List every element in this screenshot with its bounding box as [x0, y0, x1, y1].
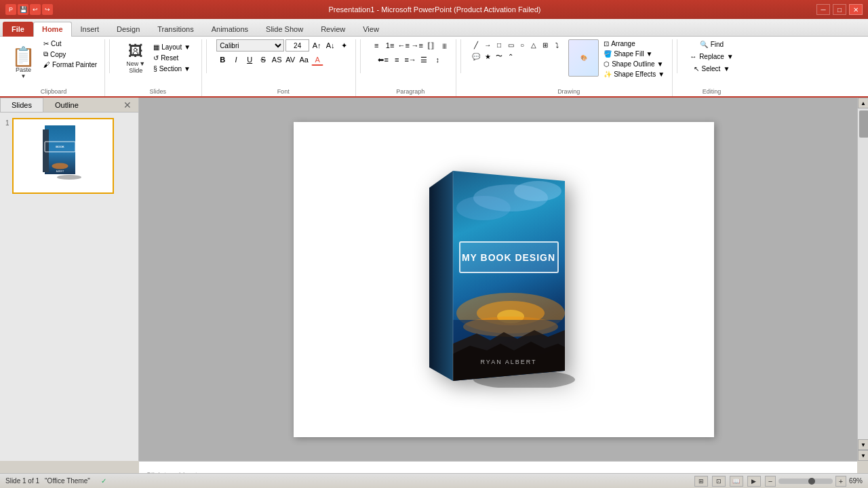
strikethrough-button[interactable]: S: [257, 54, 269, 66]
shape-oval[interactable]: ○: [517, 39, 528, 50]
zoom-in-button[interactable]: +: [835, 476, 846, 487]
new-slide-button[interactable]: 🖼 New ▼ Slide: [123, 39, 149, 77]
scroll-thumb[interactable]: [859, 110, 868, 138]
tab-design[interactable]: Design: [108, 22, 149, 36]
tab-insert[interactable]: Insert: [72, 22, 108, 36]
editing-group: 🔍 Find ↔ Replace ▼ ↖ Select ▼ Editing: [682, 39, 742, 96]
copy-button[interactable]: ⧉ Copy: [41, 49, 99, 59]
vertical-scrollbar[interactable]: ▲ ▼ ▼: [857, 98, 868, 461]
font-size-input[interactable]: [285, 39, 309, 52]
paste-button[interactable]: 📋 Paste ▼: [8, 39, 39, 87]
reading-view-button[interactable]: 📖: [730, 476, 743, 487]
paragraph-row2: ⬅≡ ≡ ≡→ ☰ ↕: [377, 54, 443, 66]
quick-styles-icon: 🎨: [580, 55, 587, 61]
replace-button[interactable]: ↔ Replace ▼: [687, 52, 736, 62]
layout-button[interactable]: ▦ Layout ▼: [151, 43, 193, 52]
tab-slideshow[interactable]: Slide Show: [257, 22, 312, 36]
slideshow-button[interactable]: ▶: [747, 476, 761, 487]
new-slide-label: New: [126, 60, 138, 67]
svg-point-13: [456, 196, 511, 220]
shape-line[interactable]: ╱: [471, 39, 481, 50]
tab-file[interactable]: File: [3, 22, 33, 37]
shape-star[interactable]: ★: [482, 51, 493, 62]
minimize-button[interactable]: ─: [816, 4, 830, 15]
shape-outline-button[interactable]: ⬡ Shape Outline ▼: [601, 60, 667, 68]
paragraph-group: ≡ 1≡ ←≡ →≡ ⟦⟧ ⫼ ⬅≡ ≡ ≡→ ☰ ↕ Paragraph: [365, 39, 456, 96]
zoom-slider[interactable]: [778, 479, 833, 484]
justify-button[interactable]: ☰: [418, 54, 430, 66]
shape-roundrect[interactable]: ▭: [505, 39, 516, 50]
numbering-button[interactable]: 1≡: [384, 39, 396, 52]
redo-icon[interactable]: ↪: [42, 4, 53, 15]
paragraph-row1: ≡ 1≡ ←≡ →≡ ⟦⟧ ⫼: [370, 39, 450, 52]
tab-view[interactable]: View: [354, 22, 388, 36]
cut-button[interactable]: ✂ Cut: [41, 39, 99, 48]
paste-arrow: ▼: [21, 73, 26, 79]
shape-triangle[interactable]: △: [528, 39, 539, 50]
bullets-button[interactable]: ≡: [370, 39, 382, 52]
tab-review[interactable]: Review: [312, 22, 354, 36]
align-right-button[interactable]: ≡→: [404, 54, 416, 66]
svg-text:BOOK: BOOK: [56, 145, 64, 148]
sidebar-close-button[interactable]: ✕: [119, 98, 136, 112]
columns-button[interactable]: ⫼: [438, 39, 450, 52]
scroll-up-arrow[interactable]: ▲: [858, 98, 868, 108]
shape-effects-label: Shape Effects: [614, 70, 656, 78]
arrange-button[interactable]: ⊡ Arrange: [601, 39, 667, 48]
change-case-button[interactable]: Aa: [298, 54, 310, 66]
format-painter-button[interactable]: 🖌 Format Painter: [41, 60, 99, 69]
select-button[interactable]: ↖ Select ▼: [691, 64, 733, 74]
align-center-button[interactable]: ≡: [391, 54, 403, 66]
font-color-button[interactable]: A: [311, 54, 323, 66]
maximize-button[interactable]: □: [833, 4, 846, 15]
align-left-button[interactable]: ⬅≡: [377, 54, 389, 66]
slide-thumbnail[interactable]: BOOK ALBERT: [12, 118, 114, 194]
shape-more[interactable]: ⊞: [540, 39, 551, 50]
increase-font-button[interactable]: A↑: [311, 39, 323, 52]
zoom-out-button[interactable]: −: [765, 476, 776, 487]
bold-button[interactable]: B: [216, 54, 229, 66]
char-spacing-button[interactable]: AV: [284, 54, 296, 66]
sidebar-tab-outline[interactable]: Outline: [43, 98, 90, 112]
shape-wave[interactable]: 〜: [494, 51, 505, 62]
svg-text:MY BOOK DESIGN: MY BOOK DESIGN: [461, 252, 555, 263]
text-shadow-button[interactable]: AS: [271, 54, 283, 66]
shape-rect[interactable]: □: [494, 39, 505, 50]
shape-chevron[interactable]: ⌃: [505, 51, 516, 62]
zoom-level[interactable]: 69%: [849, 477, 863, 485]
reset-button[interactable]: ↺ Reset: [151, 54, 193, 62]
quick-styles-button[interactable]: 🎨: [568, 39, 599, 77]
shape-fill-button[interactable]: 🪣 Shape Fill ▼: [601, 49, 667, 58]
shape-arrow[interactable]: →: [482, 39, 493, 50]
increase-indent-button[interactable]: →≡: [411, 39, 423, 52]
slide-canvas[interactable]: MY BOOK DESIGN RYAN ALBERT: [294, 122, 714, 437]
save-icon[interactable]: 💾: [18, 4, 28, 15]
clipboard-small-buttons: ✂ Cut ⧉ Copy 🖌 Format Painter: [41, 39, 99, 87]
scroll-down-arrow[interactable]: ▼: [858, 439, 868, 450]
sidebar-tab-slides[interactable]: Slides: [0, 98, 43, 112]
clear-format-button[interactable]: ✦: [338, 39, 350, 52]
normal-view-button[interactable]: ⊞: [694, 476, 708, 487]
undo-icon[interactable]: ↩: [30, 4, 41, 15]
underline-button[interactable]: U: [243, 54, 256, 66]
tab-home[interactable]: Home: [33, 22, 72, 37]
line-spacing-button[interactable]: ↕: [431, 54, 443, 66]
decrease-font-button[interactable]: A↓: [324, 39, 336, 52]
book-cover-svg: MY BOOK DESIGN RYAN ALBERT: [429, 171, 578, 388]
shape-effects-button[interactable]: ✨ Shape Effects ▼: [601, 70, 667, 79]
slide-info: Slide 1 of 1: [5, 477, 39, 485]
scroll-end-arrow[interactable]: ▼: [858, 450, 868, 461]
tab-animations[interactable]: Animations: [203, 22, 257, 36]
slide-sorter-button[interactable]: ⊡: [712, 476, 726, 487]
section-button[interactable]: § Section ▼: [151, 64, 193, 73]
close-button[interactable]: ✕: [849, 4, 863, 15]
font-name-select[interactable]: Calibri: [216, 39, 284, 52]
decrease-indent-button[interactable]: ←≡: [397, 39, 410, 52]
shape-connector[interactable]: ⤵: [551, 39, 562, 50]
italic-button[interactable]: I: [230, 54, 242, 66]
find-button[interactable]: 🔍 Find: [697, 39, 726, 49]
slide-number-label: 1: [5, 118, 9, 194]
smartart-button[interactable]: ⟦⟧: [425, 39, 437, 52]
tab-transitions[interactable]: Transitions: [149, 22, 202, 36]
shape-callout[interactable]: 💬: [471, 51, 481, 62]
